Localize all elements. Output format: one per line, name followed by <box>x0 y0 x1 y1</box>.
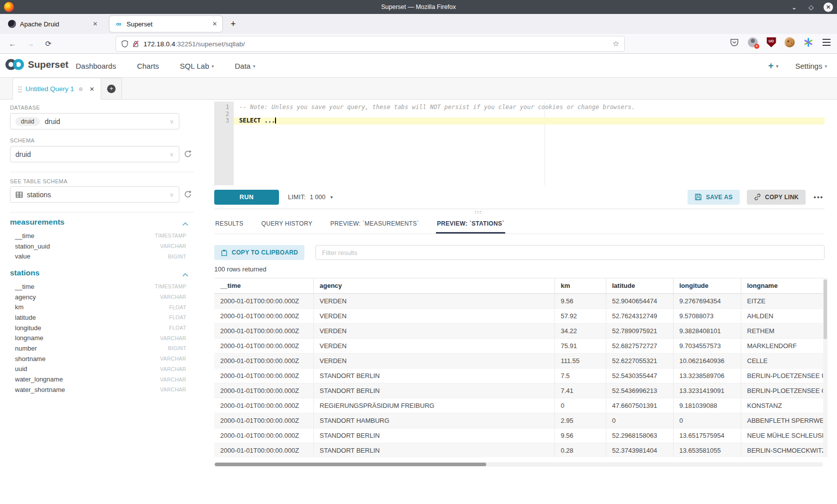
table-select[interactable]: stations ∨ <box>10 186 179 203</box>
cell-longname: MARKLENDORF <box>741 338 823 353</box>
reload-icon[interactable]: ⟳ <box>42 38 55 51</box>
menu-hamburger-icon[interactable] <box>821 37 832 48</box>
cell-km: 2.95 <box>555 413 606 428</box>
cookie-extension-icon[interactable] <box>784 37 795 48</box>
chevron-down-icon: ∨ <box>169 191 174 198</box>
table-vertical-scrollbar[interactable] <box>823 278 828 457</box>
query-tab-close-icon[interactable]: ✕ <box>90 86 95 93</box>
query-tabstrip: Untitled Query 1 ✕ + <box>0 78 837 100</box>
browser-tab-superset[interactable]: ∞ Superset ✕ <box>110 16 222 32</box>
tab-preview-measurements[interactable]: PREVIEW: `MEASUREMENTS` <box>329 220 420 234</box>
column-row: number BIGINT <box>15 343 186 354</box>
superset-navbar: Superset Dashboards Charts SQL Lab▾ Data… <box>0 54 837 78</box>
brand-name: Superset <box>28 59 68 70</box>
superset-brand[interactable]: Superset <box>5 58 68 71</box>
column-name: longname <box>15 334 43 342</box>
copy-link-button[interactable]: COPY LINK <box>747 190 806 205</box>
table-section-measurements[interactable]: measurements <box>10 218 64 227</box>
url-field[interactable]: 172.18.0.4:32251/superset/sqllab/ ☆ <box>116 36 625 52</box>
extension-asterisk-icon[interactable] <box>803 37 814 48</box>
column-row: km FLOAT <box>15 302 186 312</box>
editor-code-area[interactable]: -- Note: Unless you save your query, the… <box>234 102 825 185</box>
shield-permissions-icon[interactable] <box>121 40 129 48</box>
chevron-down-icon: ▾ <box>825 64 827 69</box>
privacy-extension-icon[interactable] <box>747 37 758 48</box>
database-select[interactable]: druid druid ∨ <box>10 113 179 129</box>
column-header[interactable]: agency <box>313 278 555 293</box>
column-header[interactable]: longitude <box>673 278 741 293</box>
cell-longname: BERLIN-PLOETZENSEE UP <box>741 368 823 383</box>
tab-close-icon[interactable]: ✕ <box>89 20 98 27</box>
scrollbar-thumb[interactable] <box>215 463 486 466</box>
browser-tab-apache-druid[interactable]: Apache Druid ✕ <box>3 16 103 32</box>
ublock-origin-icon[interactable]: UO <box>766 37 777 48</box>
add-new-button[interactable]: +▾ <box>768 60 779 71</box>
save-as-button[interactable]: SAVE AS <box>688 190 739 205</box>
cell-latitude: 52.7624312749 <box>606 308 673 323</box>
more-options-button[interactable]: ••• <box>813 193 825 201</box>
table-section-stations[interactable]: stations <box>10 268 39 277</box>
back-icon[interactable]: ← <box>6 38 19 51</box>
plus-circle-icon: + <box>107 85 116 93</box>
tab-results[interactable]: RESULTS <box>214 220 245 234</box>
cell-longitude: 0 <box>673 413 741 428</box>
refresh-schema-icon[interactable] <box>183 149 192 158</box>
cell-agency: STANDORT BERLIN <box>313 383 555 398</box>
limit-dropdown[interactable]: LIMIT: 1 000 ▾ <box>288 194 333 201</box>
filter-results-input[interactable] <box>315 245 825 260</box>
window-title: Superset — Mozilla Firefox <box>0 3 837 10</box>
cell-time: 2000-01-01T00:00:00.000Z <box>214 413 313 428</box>
column-type: VARCHAR <box>160 377 186 382</box>
tab-query-history[interactable]: QUERY HISTORY <box>261 220 313 234</box>
window-maximize-icon[interactable]: ◇ <box>807 3 816 11</box>
add-query-tab-button[interactable]: + <box>101 78 122 100</box>
column-type: VARCHAR <box>160 243 186 249</box>
column-name: water_shortname <box>15 386 65 393</box>
column-row: value BIGINT <box>15 251 186 261</box>
sqllab-sidebar: DATABASE druid druid ∨ SCHEMA druid ∨ SE… <box>0 100 205 504</box>
column-name: latitude <box>15 314 36 321</box>
sql-editor[interactable]: 1 2 3 -- Note: Unless you save your quer… <box>214 102 825 185</box>
collapse-chevron-icon[interactable] <box>182 272 188 278</box>
editor-empty-line <box>234 111 825 118</box>
nav-data[interactable]: Data▾ <box>235 62 255 70</box>
cell-agency: STANDORT BERLIN <box>313 443 555 457</box>
database-label: DATABASE <box>10 105 40 111</box>
window-minimize-icon[interactable]: ⌄ <box>790 3 799 11</box>
cell-longitude: 9.57088073 <box>673 308 741 323</box>
settings-menu[interactable]: Settings▾ <box>795 62 827 70</box>
copy-to-clipboard-button[interactable]: COPY TO CLIPBOARD <box>214 245 304 260</box>
cell-latitude: 52.6827572727 <box>606 338 673 353</box>
nav-charts[interactable]: Charts <box>137 62 159 70</box>
browser-urlbar: ← → ⟳ 172.18.0.4:32251/superset/sqllab/ … <box>0 34 837 54</box>
cell-agency: VERDEN <box>313 308 555 323</box>
nav-dashboards[interactable]: Dashboards <box>76 62 116 70</box>
run-button[interactable]: RUN <box>214 190 279 205</box>
cell-latitude: 52.3743981404 <box>606 443 673 457</box>
bookmark-star-icon[interactable]: ☆ <box>613 39 619 48</box>
nav-sql-lab[interactable]: SQL Lab▾ <box>180 62 214 70</box>
query-tab-untitled[interactable]: Untitled Query 1 ✕ <box>12 78 101 100</box>
tab-close-icon[interactable]: ✕ <box>208 20 217 27</box>
new-tab-button[interactable]: + <box>227 18 240 31</box>
pocket-icon[interactable] <box>729 37 740 48</box>
drag-handle-icon[interactable] <box>18 86 21 93</box>
window-close-icon[interactable]: ✕ <box>824 2 833 12</box>
cell-time: 2000-01-01T00:00:00.000Z <box>214 308 313 323</box>
column-type: FLOAT <box>169 314 186 320</box>
column-header[interactable]: longname <box>741 278 823 293</box>
column-header[interactable]: latitude <box>606 278 673 293</box>
superset-favicon-icon: ∞ <box>115 20 123 28</box>
insecure-lock-icon[interactable] <box>132 40 140 48</box>
column-type: VARCHAR <box>160 335 186 341</box>
column-header[interactable]: km <box>555 278 606 293</box>
schema-select[interactable]: druid ∨ <box>10 146 179 162</box>
table-horizontal-scrollbar[interactable] <box>214 462 823 467</box>
tab-preview-stations[interactable]: PREVIEW: `STATIONS` <box>436 220 505 234</box>
refresh-table-icon[interactable] <box>183 190 192 199</box>
column-header[interactable]: __time <box>214 278 313 293</box>
collapse-chevron-icon[interactable] <box>182 221 188 227</box>
column-name: value <box>15 252 30 260</box>
cell-km: 75.91 <box>555 338 606 353</box>
scrollbar-thumb[interactable] <box>824 279 827 339</box>
